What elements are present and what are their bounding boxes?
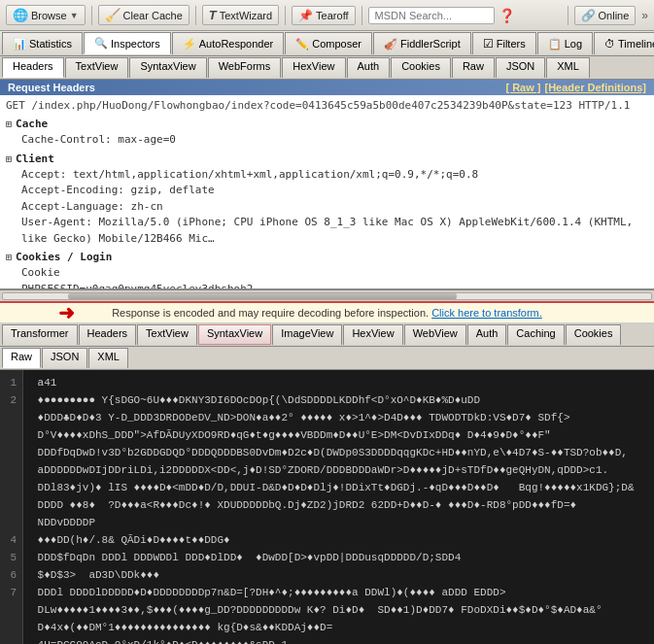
code-line: DDDD ♦♦8♦ ?D♦♦♦a<R♦♦♦Dc♦!♦ XDUDDDDDbQ.Dj… (31, 496, 646, 514)
line-number (6, 619, 17, 636)
online-label: Online (599, 10, 630, 21)
sub-tab-bar: HeadersTextViewSyntaxViewWebFormsHexView… (0, 56, 654, 80)
header-defs-link[interactable]: [Header Definitions] (544, 82, 646, 93)
line-number: 6 (6, 566, 17, 584)
header-section-label: Cache (6, 118, 648, 130)
response-tab-imageview[interactable]: ImageView (272, 324, 342, 345)
search-area: ❓ (368, 7, 562, 24)
sub-tab-syntaxview[interactable]: SyntaxView (129, 57, 206, 78)
clear-cache-label: Clear Cache (123, 10, 183, 21)
log-icon (548, 38, 562, 51)
hscroll-track (2, 292, 652, 300)
line-number (6, 444, 17, 461)
expand-icon[interactable] (6, 251, 12, 263)
line-number (6, 601, 17, 619)
code-line: DDDfDqDwD!v3D°b2GDDGDQD°DDDQDDDBS0DvDm♦D… (31, 444, 646, 461)
sub-tab-webforms[interactable]: WebForms (208, 57, 282, 78)
expand-icon[interactable] (6, 153, 12, 165)
response-tab-transformer[interactable]: Transformer (2, 324, 78, 345)
sub-tab-xml[interactable]: XML (546, 57, 590, 78)
online-button[interactable]: Online (574, 6, 637, 25)
clear-cache-button[interactable]: Clear Cache (98, 5, 189, 25)
tab-fiddlerscript[interactable]: FiddlerScript (373, 32, 471, 54)
request-panel: HeadersTextViewSyntaxViewWebFormsHexView… (0, 56, 654, 301)
code-line: D°V♦♦♦♦xDhS_DDD">AfDÃDUyXDO9RD♦qG♦t♦g♦♦♦… (31, 426, 646, 444)
code-line: $♦D$3> aD3D\DDk♦♦♦ (31, 566, 646, 584)
msdn-search-input[interactable] (368, 7, 495, 24)
expand-icon[interactable] (6, 118, 12, 130)
sub-tab-raw[interactable]: Raw (452, 57, 495, 78)
fiddlerscript-icon (384, 38, 397, 51)
code-line: D♦4x♦(♦♦DM°1♦♦♦♦♦♦♦♦♦♦♦♦♦♦♦ kg{D♦s&♦♦KDD… (31, 619, 646, 636)
response-tab-auth[interactable]: Auth (467, 324, 507, 345)
response-tab-syntaxview[interactable]: SyntaxView (198, 324, 271, 345)
text-wizard-button[interactable]: TextWizard (202, 5, 279, 25)
sep-1 (91, 6, 92, 25)
code-line: DDD$fDqDn DDDl DDDWDDl DDD♦DlDD♦ ♦DwDD[D… (31, 549, 646, 566)
response-tab-hexview[interactable]: HexView (343, 324, 402, 345)
sub-tab-json[interactable]: JSON (496, 57, 545, 78)
browse-button[interactable]: Browse ▼ (6, 5, 86, 25)
line-number (6, 496, 17, 514)
response-panel: TransformerHeadersTextViewSyntaxViewImag… (0, 323, 654, 644)
tab-label: Filters (497, 38, 526, 50)
tab-filters[interactable]: Filters (472, 32, 536, 54)
search-help-icon: ❓ (499, 8, 515, 23)
transform-link[interactable]: Click here to transform. (431, 307, 542, 319)
tab-timeline[interactable]: Timeline (594, 32, 654, 54)
sep-5 (568, 6, 568, 25)
tab-inspectors[interactable]: Inspectors (84, 32, 171, 54)
code-line: ♦●●●●●●●● Y{sDGO~6U♦♦♦DKNY3DI6DOcDOp{(\D… (31, 391, 646, 409)
hscroll-bar[interactable] (0, 289, 654, 301)
inner-response-tab-json[interactable]: JSON (42, 348, 87, 368)
tearoff-button[interactable]: Tearoff (292, 6, 355, 25)
request-url: GET /index.php/HuoDong/Flowhongbao/index… (6, 99, 648, 112)
request-section-header: Request Headers [ Raw ] [Header Definiti… (0, 80, 654, 95)
response-tab-headers[interactable]: Headers (79, 324, 137, 345)
main-container: HeadersTextViewSyntaxViewWebFormsHexView… (0, 56, 654, 644)
info-bar-text: Response is encoded and may require deco… (112, 307, 429, 319)
browse-icon (13, 8, 28, 22)
tab-autoresponder[interactable]: AutoResponder (172, 32, 284, 54)
response-tab-webview[interactable]: WebView (404, 324, 466, 345)
hscroll-thumb (68, 293, 457, 299)
inner-response-tab-raw[interactable]: Raw (2, 348, 41, 368)
tab-statistics[interactable]: Statistics (2, 32, 83, 54)
code-area[interactable]: 124567 a41 ♦●●●●●●●● Y{sDGO~6U♦♦♦DKNY3DI… (0, 370, 654, 644)
sub-tab-textview[interactable]: TextView (65, 57, 129, 78)
line-number (6, 514, 17, 531)
tab-label: Statistics (29, 38, 72, 50)
line-numbers: 124567 (0, 370, 23, 644)
tab-label: FiddlerScript (400, 38, 461, 50)
code-line: DDDl DDDDlDDDDD♦D♦DDDDDDDDp7n&D=[?DH♦^♦;… (31, 584, 646, 601)
response-tab-cookies[interactable]: Cookies (566, 324, 622, 345)
response-tab-textview[interactable]: TextView (137, 324, 197, 345)
header-links: [ Raw ] [Header Definitions] (505, 82, 646, 93)
tab-log[interactable]: Log (537, 32, 593, 54)
sep-4 (361, 6, 362, 25)
code-content: a41 ♦●●●●●●●● Y{sDGO~6U♦♦♦DKNY3DI6DOcDOp… (23, 370, 654, 644)
header-item: Accept: text/html,application/xhtml+xml,… (6, 167, 648, 184)
raw-link[interactable]: [ Raw ] (505, 82, 540, 93)
header-item: User-Agent: Mozilla/5.0 (iPhone; CPU iPh… (6, 215, 648, 247)
composer-icon (295, 38, 309, 51)
code-line: ♦DDD♣D♦D♦3 Y-D_DDD3DRDODeDV_ND>DON♦a♦♦2°… (31, 409, 646, 426)
sub-tab-auth[interactable]: Auth (347, 57, 391, 78)
sep-2 (195, 6, 196, 25)
browse-dropdown-icon[interactable]: ▼ (70, 11, 79, 20)
line-number (6, 409, 17, 426)
line-number (6, 426, 17, 444)
sub-tab-cookies[interactable]: Cookies (391, 57, 451, 78)
sub-tab-headers[interactable]: Headers (2, 57, 64, 78)
toolbar: Browse ▼ Clear Cache TextWizard Tearoff … (0, 0, 654, 31)
tab-composer[interactable]: Composer (285, 32, 372, 54)
header-item: Cache-Control: max-age=0 (6, 132, 648, 149)
line-number: 5 (6, 549, 17, 566)
browse-label: Browse (31, 10, 67, 21)
sub-tab-hexview[interactable]: HexView (282, 57, 345, 78)
header-item: Cookie (6, 265, 648, 282)
code-line: DLw♦♦♦♦♦1♦♦♦♦3♦♦,$♦♦♦(♦♦♦♦g_DD?DDDDDDDDD… (31, 601, 646, 619)
inner-response-tab-xml[interactable]: XML (88, 348, 128, 368)
response-tab-caching[interactable]: Caching (507, 324, 564, 345)
red-arrow: ➜ (58, 301, 75, 324)
